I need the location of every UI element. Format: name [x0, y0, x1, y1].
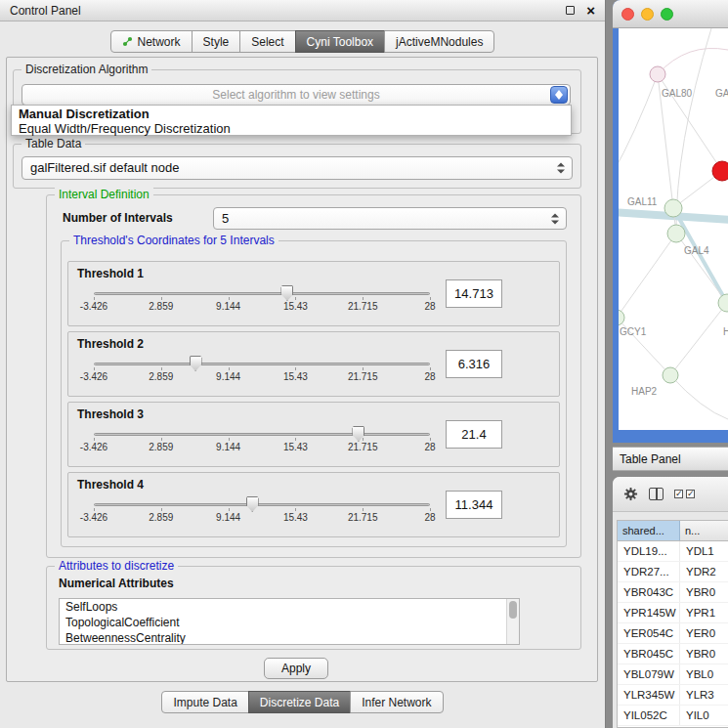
table-cell[interactable]: YER0	[680, 623, 728, 643]
table-cell[interactable]: YBR043C	[618, 582, 680, 602]
network-node[interactable]	[664, 199, 682, 217]
slider-scale-label: 2.859	[149, 371, 173, 382]
network-canvas[interactable]: GAL80GALGAL11GAL4GCY1HHAP2	[619, 28, 728, 430]
table-cell[interactable]: YBL0	[680, 664, 728, 684]
tab-infer-network[interactable]: Infer Network	[350, 691, 443, 713]
dropdown-option-equal-width-frequency[interactable]: Equal Width/Frequency Discretization	[12, 121, 571, 136]
minimize-traffic-light-icon[interactable]	[641, 8, 654, 21]
table-cell[interactable]: YBL079W	[618, 664, 680, 684]
numerical-attributes-label: Numerical Attributes	[59, 577, 174, 590]
table-row[interactable]: YBR045CYBR0	[618, 644, 728, 664]
slider-scale-label: 9.144	[216, 442, 240, 452]
attribute-item[interactable]: TopologicalCoefficient	[60, 615, 519, 630]
table-cell[interactable]: YPR1	[680, 603, 728, 622]
tab-jactivemnodules[interactable]: jActiveMNodules	[384, 30, 494, 53]
slider-thumb[interactable]	[190, 356, 202, 371]
slider-tick	[229, 297, 230, 300]
slider-tick	[363, 438, 364, 441]
slider-track[interactable]	[94, 503, 430, 506]
attribute-item[interactable]: SelfLoops	[60, 599, 519, 615]
table-row[interactable]: YIL052CYIL0	[618, 706, 728, 726]
slider-tick	[363, 297, 364, 300]
table-row[interactable]: YLR345WYLR3	[618, 685, 728, 706]
tab-network[interactable]: Network	[110, 30, 193, 53]
table-cell[interactable]: YDR2	[680, 562, 728, 581]
threshold-value-field[interactable]: 14.713	[446, 279, 502, 308]
table-cell[interactable]: YDL1	[680, 541, 728, 561]
threshold-value-field[interactable]: 11.344	[446, 491, 502, 519]
float-window-icon[interactable]	[566, 6, 575, 15]
table-cell[interactable]: YLR345W	[618, 685, 680, 705]
threshold-slider[interactable]: -3.4262.8599.14415.4321.71528	[94, 354, 430, 393]
network-edge[interactable]	[676, 234, 727, 303]
table-cell[interactable]: YDR27...	[618, 562, 680, 581]
table-row[interactable]: YDR27...YDR2	[618, 562, 728, 582]
table-cell[interactable]: YPR145W	[618, 603, 680, 622]
network-node[interactable]	[718, 294, 728, 312]
select-columns-icon[interactable]	[674, 490, 695, 498]
network-edge[interactable]	[619, 234, 676, 318]
slider-tick	[94, 297, 95, 300]
num-intervals-combobox[interactable]: 5	[213, 207, 567, 230]
network-edge[interactable]	[676, 28, 711, 234]
table-row[interactable]: YBL079WYBL0	[618, 664, 728, 685]
threshold-slider[interactable]: -3.4262.8599.14415.4321.71528	[94, 283, 430, 322]
attributes-scrollbar[interactable]	[506, 599, 519, 644]
tab-select[interactable]: Select	[239, 30, 295, 53]
window-title: Control Panel	[10, 4, 81, 18]
table-cell[interactable]: YER054C	[618, 623, 680, 643]
table-row[interactable]: YER054CYER0	[618, 623, 728, 644]
table-cell[interactable]: YIL052C	[618, 706, 680, 725]
table-cell[interactable]: YIL0	[680, 706, 728, 725]
tab-style[interactable]: Style	[192, 30, 241, 53]
table-cell[interactable]: YBR0	[680, 644, 728, 664]
tab-impute-data[interactable]: Impute Data	[161, 691, 248, 713]
gear-icon[interactable]	[623, 487, 638, 501]
network-node[interactable]	[663, 367, 678, 383]
zoom-traffic-light-icon[interactable]	[661, 8, 673, 21]
network-edge[interactable]	[619, 74, 658, 173]
table-cell[interactable]: YLR3	[680, 685, 728, 705]
table-row[interactable]: YBR043CYBR0	[618, 582, 728, 603]
network-node[interactable]	[619, 310, 624, 325]
columns-icon[interactable]	[649, 488, 664, 500]
threshold-slider[interactable]: -3.4262.8599.14415.4321.71528	[94, 424, 430, 463]
threshold-value-field[interactable]: 6.316	[446, 350, 502, 378]
network-edge[interactable]	[670, 375, 728, 419]
table-row[interactable]: YPR145WYPR1	[618, 603, 728, 623]
table-cell[interactable]: YBR0	[680, 582, 728, 602]
column-header-shared[interactable]: shared...	[618, 521, 680, 540]
apply-button[interactable]: Apply	[264, 658, 328, 679]
network-node-label: GCY1	[620, 326, 647, 337]
slider-thumb[interactable]	[246, 496, 259, 512]
tab-cyni-toolbox[interactable]: Cyni Toolbox	[295, 30, 385, 53]
network-node[interactable]	[667, 225, 685, 242]
slider-thumb[interactable]	[280, 285, 293, 301]
table-cell[interactable]: YDL19...	[618, 541, 680, 561]
table-cell[interactable]: YBR045C	[618, 644, 680, 664]
slider-track[interactable]	[94, 292, 430, 295]
network-node[interactable]	[712, 161, 728, 181]
table-row[interactable]: YDL19...YDL1	[618, 541, 728, 562]
algorithm-combobox[interactable]: Select algorithm to view settings	[21, 84, 571, 106]
slider-tick	[229, 438, 230, 441]
dropdown-option-manual-discretization[interactable]: Manual Discretization	[12, 107, 571, 121]
network-node[interactable]	[650, 66, 665, 82]
column-header-n[interactable]: n...	[680, 521, 728, 540]
close-window-icon[interactable]: ×	[586, 6, 595, 16]
network-edge[interactable]	[658, 48, 728, 74]
top-tab-bar: NetworkStyleSelectCyni ToolboxjActiveMNo…	[0, 30, 605, 53]
slider-track[interactable]	[94, 363, 430, 365]
table-data-combobox[interactable]: galFiltered.sif default node	[21, 156, 573, 180]
scrollbar-thumb[interactable]	[509, 601, 517, 619]
threshold-slider[interactable]: -3.4262.8599.14415.4321.71528	[94, 494, 430, 534]
network-edge[interactable]	[670, 303, 727, 375]
slider-scale-label: -3.426	[80, 301, 107, 312]
threshold-value-field[interactable]: 21.4	[446, 420, 502, 449]
slider-track[interactable]	[94, 433, 430, 436]
close-traffic-light-icon[interactable]	[621, 8, 634, 21]
combobox-stepper-icon[interactable]	[550, 86, 568, 104]
attribute-item[interactable]: BetweennessCentrality	[60, 630, 519, 645]
attributes-list[interactable]: SelfLoopsTopologicalCoefficientBetweenne…	[59, 598, 520, 645]
tab-discretize-data[interactable]: Discretize Data	[248, 691, 351, 713]
